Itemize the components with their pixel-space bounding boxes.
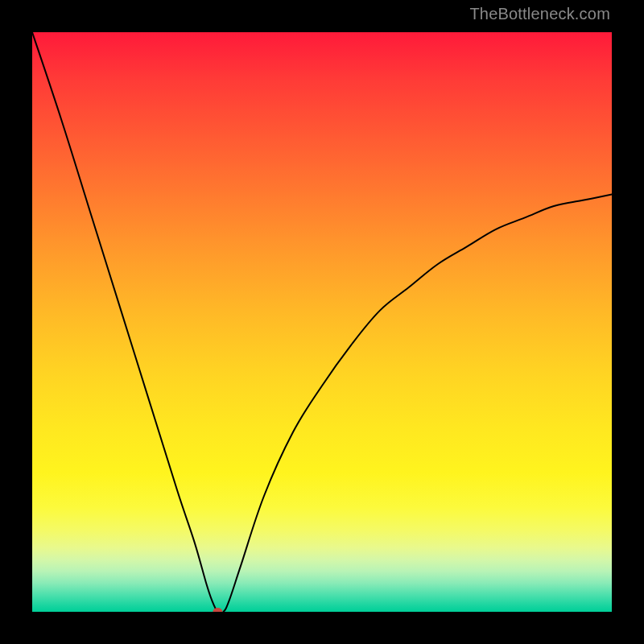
minimum-marker — [213, 608, 222, 612]
bottleneck-curve-path — [32, 32, 612, 612]
watermark-label: TheBottleneck.com — [469, 5, 610, 23]
chart-frame: TheBottleneck.com — [0, 0, 644, 644]
plot-area — [32, 32, 612, 612]
curve-svg — [32, 32, 612, 612]
